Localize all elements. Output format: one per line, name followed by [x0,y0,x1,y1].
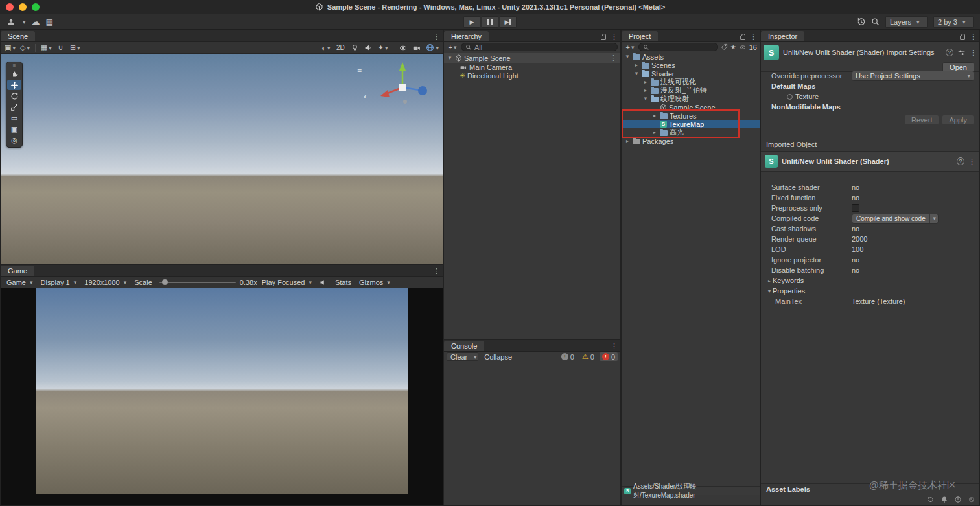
game-view-dropdown[interactable]: Game▾ [3,277,36,288]
version-control-icon[interactable]: ▦ [46,17,53,27]
compile-show-code-button[interactable]: Compile and show code ▾ [852,214,939,224]
apply-button[interactable]: Apply [942,115,974,125]
project-menu-icon[interactable]: ⋮ [750,32,757,41]
grid-snap-dropdown[interactable]: ⊞▾ [69,43,82,52]
effects-dropdown[interactable]: ✦▾ [377,43,390,52]
scene-visibility-icon[interactable] [397,43,409,52]
account-icon[interactable] [6,17,16,27]
inspector-menu-icon[interactable]: ⋮ [970,32,977,41]
properties-foldout[interactable]: ▼ Properties [761,286,979,296]
resolution-dropdown[interactable]: 1920x1080▾ [81,277,130,288]
hand-tool-button[interactable] [7,69,21,79]
project-row-textures[interactable]: ▸ Textures [622,111,760,120]
snap-magnet-icon[interactable]: ∪ [55,43,67,52]
layers-dropdown[interactable]: Layers ▾ [885,16,928,28]
cloud-services-icon[interactable]: ☁ [32,17,40,27]
foldout-triangle[interactable]: ▼ [624,54,631,60]
zoom-window-button[interactable] [32,3,40,11]
tab-inspector[interactable]: Inspector [761,31,804,41]
scene-viewport[interactable]: ≡ ▭ ▣ ◎ ≡ ‹ [1,54,443,264]
lock-icon[interactable] [601,36,606,40]
scene-root-row[interactable]: ▼ Sample Scene ⋮ [444,53,620,63]
revert-button[interactable]: Revert [904,115,939,125]
move-tool-button[interactable] [7,80,21,90]
console-menu-icon[interactable]: ⋮ [611,342,618,351]
notifications-bell-icon[interactable] [940,496,948,503]
overlay-drag-handle[interactable]: ≡ [13,64,16,68]
hierarchy-search-input[interactable]: All [461,43,618,51]
preprocess-only-checkbox[interactable] [852,204,859,212]
collab-status-icon[interactable] [968,496,975,503]
undo-history-icon[interactable] [856,17,866,27]
default-maps-texture-row[interactable]: Texture [761,91,979,102]
scene-foldout-triangle[interactable]: ▼ [447,55,453,61]
hierarchy-item-main-camera[interactable]: Main Camera [444,63,620,71]
scene-row-menu-icon[interactable]: ⋮ [610,54,617,62]
game-render-output[interactable] [36,288,408,494]
hierarchy-menu-icon[interactable]: ⋮ [611,32,618,41]
hidden-packages-eye-icon[interactable] [739,44,747,51]
foldout-triangle[interactable]: ▸ [633,62,640,68]
stats-button[interactable]: Stats [332,277,355,288]
project-row-texture-mapping[interactable]: ▼ 纹理映射 [622,95,760,103]
layout-dropdown[interactable]: 2 by 3 ▾ [933,16,974,28]
gizmo-collapse-icon[interactable]: ‹ [364,91,366,101]
favorite-search-icon[interactable]: ★ [730,43,736,51]
game-menu-icon[interactable]: ⋮ [433,267,440,275]
scale-slider-knob[interactable] [162,279,168,285]
warning-filter-toggle[interactable]: ⚠ 0 [579,352,597,361]
progress-icon[interactable] [954,496,962,503]
account-dropdown-caret[interactable]: ▾ [23,19,26,25]
custom-tool-button[interactable]: ◎ [7,135,21,145]
foldout-triangle[interactable]: ▸ [624,138,631,144]
search-scope-label[interactable]: All [474,43,482,51]
foldout-triangle[interactable]: ▼ [642,96,649,102]
tab-hierarchy[interactable]: Hierarchy [444,31,489,41]
gizmos-globe-dropdown[interactable]: ▾ [425,43,440,52]
object-picker-icon[interactable] [787,94,793,100]
minimize-window-button[interactable] [19,3,27,11]
project-row-diffuse[interactable]: ▸ 漫反射_兰伯特 [622,86,760,95]
foldout-triangle[interactable]: ▼ [766,288,773,294]
help-icon[interactable]: ? [946,49,953,56]
search-by-label-icon[interactable] [721,43,728,51]
step-button[interactable]: ▶ [500,16,517,28]
keywords-foldout[interactable]: ▸ Keywords [761,275,979,286]
collapse-toggle[interactable]: Collapse [481,353,515,361]
foldout-triangle[interactable]: ▸ [642,79,649,85]
handle-orientation-dropdown[interactable]: ◇▾ [19,43,31,52]
compile-options-caret[interactable]: ▾ [929,214,938,223]
close-window-button[interactable] [6,3,14,11]
clear-button[interactable]: Clear [447,352,471,361]
project-row-assets[interactable]: ▼ Assets [622,52,760,61]
display-dropdown[interactable]: Display 1▾ [38,277,80,288]
object-menu-icon[interactable]: ⋮ [968,157,975,166]
search-icon[interactable] [871,17,880,27]
presets-icon[interactable] [957,49,966,57]
lock-icon[interactable] [740,36,745,40]
info-filter-toggle[interactable]: ! 0 [559,352,577,361]
project-row-specular[interactable]: ▸ 高光 [622,128,760,137]
foldout-triangle[interactable]: ▸ [651,130,658,135]
tab-console[interactable]: Console [444,341,484,351]
foldout-triangle[interactable]: ▸ [651,113,658,119]
scene-audio-icon[interactable] [363,43,375,52]
project-row-scenes[interactable]: ▸ Scenes [622,61,760,69]
grid-visibility-dropdown[interactable]: ▦▾ [40,43,53,52]
gizmo-menu-icon[interactable]: ≡ [357,67,362,76]
create-object-dropdown[interactable]: +▾ [447,42,458,52]
tool-settings-dropdown[interactable]: ▣▾ [3,43,17,52]
foldout-triangle[interactable]: ▸ [766,278,773,284]
camera-settings-icon[interactable] [411,43,423,52]
tab-project[interactable]: Project [622,31,658,41]
tab-game[interactable]: Game [1,266,34,276]
override-preprocessor-dropdown[interactable]: Use Project Settings ▾ [852,71,974,81]
play-focused-dropdown[interactable]: Play Focused▾ [259,277,315,288]
foldout-triangle[interactable]: ▸ [642,87,649,93]
foldout-triangle[interactable]: ▼ [633,71,640,76]
transform-tool-button[interactable]: ▣ [7,124,21,134]
orientation-gizmo[interactable]: ≡ ‹ [371,58,434,120]
game-audio-icon[interactable] [316,277,331,288]
pause-button[interactable] [482,16,498,28]
activity-icon[interactable] [927,496,935,503]
